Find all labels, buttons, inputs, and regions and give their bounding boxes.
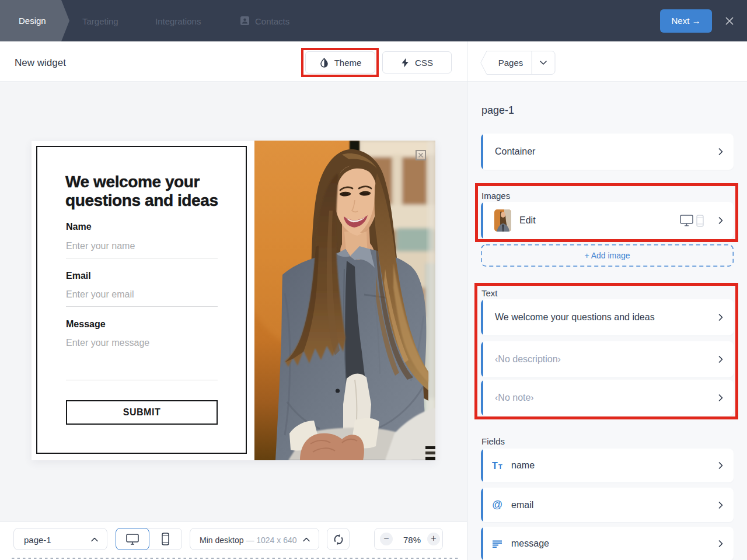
svg-text:@: @ xyxy=(492,499,502,510)
svg-text:T: T xyxy=(498,463,502,470)
svg-text:Pages: Pages xyxy=(498,58,523,68)
svg-text:T: T xyxy=(492,461,498,470)
